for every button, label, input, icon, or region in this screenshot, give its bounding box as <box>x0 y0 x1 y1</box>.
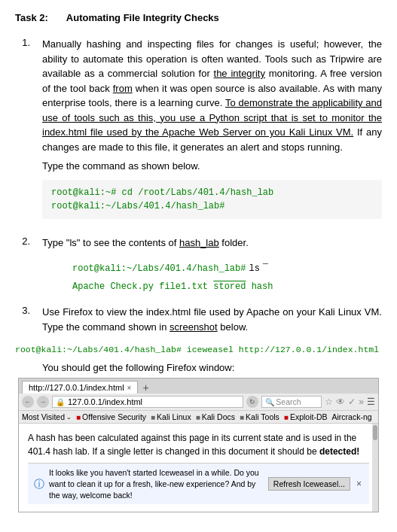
sync-icon[interactable]: ✓ <box>348 397 356 407</box>
underline-integrity: the integrity <box>214 68 265 79</box>
item-3-body: Use Firefox to view the index.html file … <box>42 305 382 334</box>
item-2: 2. Type "ls" to see the contents of hash… <box>15 236 382 295</box>
underline-screenshot: screenshot <box>169 321 218 333</box>
ls-command: ls <box>249 262 259 275</box>
toolbar-icons: ☆ 👁 ✓ » ☰ <box>325 397 375 407</box>
underline-hash-lab: hash_lab <box>179 237 219 248</box>
tab-close-button[interactable]: × <box>127 384 132 392</box>
item-2-number: 2. <box>15 236 30 295</box>
item-1-text: Manually hashing and inspecting files fo… <box>42 37 382 154</box>
ls-line: root@kali:~/Labs/401.4/hash_lab# ls ‾ <box>57 257 382 280</box>
notification-close-button[interactable]: × <box>355 477 363 491</box>
item-1-type-label: Type the command as shown below. <box>42 159 382 174</box>
scrollbar[interactable] <box>372 424 378 512</box>
address-text: 127.0.0.1/index.html <box>68 397 142 406</box>
bookmark-kali-linux[interactable]: ■ Kali Linux <box>151 412 191 421</box>
browser-tab[interactable]: http://127.0.0.1/index.html × <box>22 381 138 394</box>
detected-text: detected! <box>319 446 359 457</box>
address-bar[interactable]: 🔒 127.0.0.1/index.html <box>52 396 243 408</box>
back-button[interactable]: ← <box>22 396 34 408</box>
item-2-body: Type "ls" to see the contents of hash_la… <box>42 236 382 295</box>
bookmark-kali-tools[interactable]: ■ Kali Tools <box>240 412 279 421</box>
bookmark-icon-kl: ■ <box>151 413 155 421</box>
code-line-2: root@kali:~/Labs/401.4/hash_lab# <box>51 199 373 213</box>
tab-title: http://127.0.0.1/index.html <box>29 383 124 392</box>
ls-item-stored: stored <box>213 281 246 292</box>
bookmark-kali-linux-label: Kali Linux <box>157 412 191 421</box>
bookmark-aircrack-label: Aircrack-ng <box>332 412 372 421</box>
bookmark-kali-docs[interactable]: ■ Kali Docs <box>196 412 235 421</box>
underline-python-script: To demonstrate the applicability and use… <box>42 97 382 138</box>
notification-icon: ⓘ <box>34 476 44 492</box>
cmd-text: root@kali:~/Labs/401.4/hash_lab# iceweas… <box>15 345 379 354</box>
item-2-ls-output: root@kali:~/Labs/401.4/hash_lab# ls ‾ Ap… <box>42 257 382 294</box>
item-1-number: 1. <box>15 37 30 225</box>
bookmark-exploit-label: Exploit-DB <box>290 412 328 421</box>
ls-result: Apache Check.py file1.txt stored hash <box>57 280 382 294</box>
firefox-window[interactable]: http://127.0.0.1/index.html × + ← → 🔒 12… <box>18 378 379 512</box>
search-icon: 🔍 <box>265 398 274 406</box>
item-3: 3. Use Firefox to view the index.html fi… <box>15 305 382 334</box>
bookmark-offensive-security[interactable]: ■ Offensive Security <box>76 412 146 421</box>
item-1-code: root@kali:~# cd /root/Labs/401.4/hash_la… <box>42 180 382 219</box>
item-3-cmd: root@kali:~/Labs/401.4/hash_lab# iceweas… <box>15 345 382 354</box>
item-1-body: Manually hashing and inspecting files fo… <box>42 37 382 225</box>
firefox-label: You should get the following Firefox win… <box>42 362 382 373</box>
browser-tab-bar: http://127.0.0.1/index.html × + <box>19 378 378 394</box>
bookmark-aircrack[interactable]: Aircrack-ng <box>332 412 372 421</box>
notification-text: It looks like you haven't started Icewea… <box>49 467 264 500</box>
task-header: Task 2: Automating File Integrity Checks <box>15 12 382 23</box>
browser-content-text: A hash has been calculated against this … <box>28 431 362 458</box>
ls-prompt: root@kali:~/Labs/401.4/hash_lab# <box>72 262 246 275</box>
reload-button[interactable]: ↻ <box>246 396 258 408</box>
task-label: Task 2: <box>15 12 48 23</box>
star-icon[interactable]: ☆ <box>325 397 333 407</box>
bookmark-icon-edb: ■ <box>284 413 289 421</box>
task-title: Automating File Integrity Checks <box>66 12 219 23</box>
item-1: 1. Manually hashing and inspecting files… <box>15 37 382 225</box>
menu-icon[interactable]: » <box>359 397 364 407</box>
hamburger-icon[interactable]: ☰ <box>367 397 375 407</box>
lock-icon: 🔒 <box>56 398 65 406</box>
item-2-text: Type "ls" to see the contents of hash_la… <box>42 236 382 251</box>
forward-button[interactable]: → <box>37 396 49 408</box>
item-3-number: 3. <box>15 305 30 334</box>
new-tab-button[interactable]: + <box>139 382 151 394</box>
bookmark-kali-docs-label: Kali Docs <box>202 412 235 421</box>
bookmark-most-visited[interactable]: Most Visited ⌄ <box>22 412 72 421</box>
bookmark-icon-kt: ■ <box>240 413 244 421</box>
refresh-iceweasel-button[interactable]: Refresh Iceweasel... <box>268 477 350 491</box>
bookmark-icon-kd: ■ <box>196 413 200 421</box>
notification-bar: ⓘ It looks like you haven't started Icew… <box>28 463 369 504</box>
scrollbar-thumb[interactable] <box>373 425 377 440</box>
firefox-label-text: You should get the following Firefox win… <box>42 362 234 373</box>
underline-from: from <box>113 83 133 94</box>
content: 1. Manually hashing and inspecting files… <box>15 37 382 512</box>
item-3-text: Use Firefox to view the index.html file … <box>42 305 382 334</box>
bookmark-offensive-label: Offensive Security <box>82 412 146 421</box>
ls-item-apache: Apache Check.py file1.txt <box>72 281 213 292</box>
browser-toolbar: ← → 🔒 127.0.0.1/index.html ↻ 🔍 Search ☆ … <box>19 394 378 411</box>
bookmark-icon[interactable]: 👁 <box>336 397 345 407</box>
bookmark-most-visited-label: Most Visited <box>22 412 65 421</box>
ls-item-hash: hash <box>246 281 273 292</box>
bookmark-icon-os: ■ <box>76 413 81 421</box>
code-line-1: root@kali:~# cd /root/Labs/401.4/hash_la… <box>51 186 373 199</box>
chevron-down-icon: ⌄ <box>66 414 72 421</box>
bookmarks-bar: Most Visited ⌄ ■ Offensive Security ■ Ka… <box>19 411 378 424</box>
bookmark-kali-tools-label: Kali Tools <box>246 412 279 421</box>
search-placeholder-text: Search <box>276 397 301 406</box>
browser-content: A hash has been calculated against this … <box>19 424 378 512</box>
search-box[interactable]: 🔍 Search <box>261 396 322 408</box>
bookmark-exploit-db[interactable]: ■ Exploit-DB <box>284 412 328 421</box>
ls-dash: ‾ <box>263 262 268 275</box>
